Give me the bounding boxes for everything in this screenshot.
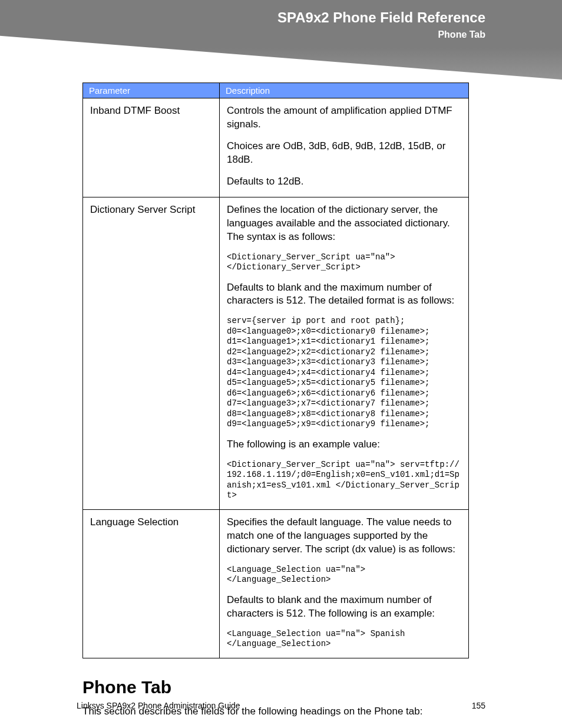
desc-text: Defaults to blank and the maximum number… bbox=[227, 281, 461, 308]
code-block: <Dictionary_Server_Script ua="na"> serv=… bbox=[227, 460, 461, 501]
table-row: Inband DTMF Boost Controls the amount of… bbox=[83, 98, 469, 197]
desc-text: Defines the location of the dictionary s… bbox=[227, 203, 461, 244]
desc-cell: Defines the location of the dictionary s… bbox=[220, 197, 469, 509]
desc-cell: Specifies the default language. The valu… bbox=[220, 509, 469, 658]
param-cell: Language Selection bbox=[83, 509, 220, 658]
page-title: SPA9x2 Phone Field Reference bbox=[277, 9, 485, 26]
main-content: Parameter Description Inband DTMF Boost … bbox=[82, 83, 469, 728]
desc-text: Defaults to blank and the maximum number… bbox=[227, 594, 461, 621]
desc-text: Controls the amount of amplification app… bbox=[227, 104, 461, 131]
param-cell: Dictionary Server Script bbox=[83, 197, 220, 509]
param-cell: Inband DTMF Boost bbox=[83, 98, 220, 197]
header-text-block: SPA9x2 Phone Field Reference Phone Tab bbox=[277, 9, 485, 40]
desc-text: Choices are OdB, 3dB, 6dB, 9dB, 12dB, 15… bbox=[227, 140, 461, 167]
footer-page-number: 155 bbox=[472, 701, 485, 710]
desc-cell: Controls the amount of amplification app… bbox=[220, 98, 469, 197]
code-block: <Language_Selection ua="na"> Spanish </L… bbox=[227, 629, 461, 650]
col-header-parameter: Parameter bbox=[83, 83, 220, 98]
table-row: Language Selection Specifies the default… bbox=[83, 509, 469, 658]
code-block: serv={server ip port and root path}; d0=… bbox=[227, 316, 461, 430]
desc-text: The following is an example value: bbox=[227, 438, 461, 452]
page-footer: Linksys SPA9x2 Phone Administration Guid… bbox=[77, 701, 485, 710]
code-block: <Language_Selection ua="na"> </Language_… bbox=[227, 565, 461, 585]
desc-text: Defaults to 12dB. bbox=[227, 175, 461, 189]
code-block: <Dictionary_Server_Script ua="na"> </Dic… bbox=[227, 252, 461, 273]
desc-text: Specifies the default language. The valu… bbox=[227, 516, 461, 556]
col-header-description: Description bbox=[220, 83, 469, 98]
page-subtitle: Phone Tab bbox=[277, 29, 485, 40]
section-heading-phone-tab: Phone Tab bbox=[82, 677, 469, 697]
reference-table: Parameter Description Inband DTMF Boost … bbox=[82, 83, 469, 658]
table-row: Dictionary Server Script Defines the loc… bbox=[83, 197, 469, 509]
footer-doc-title: Linksys SPA9x2 Phone Administration Guid… bbox=[77, 701, 240, 710]
